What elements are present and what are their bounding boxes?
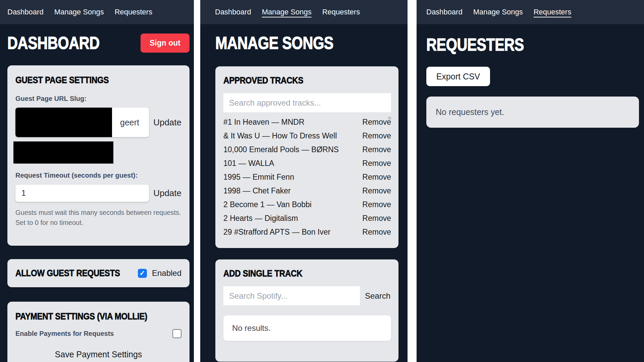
top-nav-dashboard-panel: Dashboard Manage Songs Requesters	[0, 0, 194, 24]
panel-divider	[408, 0, 417, 362]
save-payment-settings-button[interactable]: Save Payment Settings	[55, 350, 142, 359]
nav-link-dashboard[interactable]: Dashboard	[7, 8, 44, 16]
slug-value: geert	[120, 118, 139, 127]
track-title: & It Was U — How To Dress Well	[223, 131, 337, 140]
manage-songs-body: MANAGE SONGS APPROVED TRACKS #1 In Heave…	[200, 24, 408, 362]
track-row: 2 Hearts — Digitalism Remove	[223, 212, 391, 225]
export-csv-button[interactable]: Export CSV	[426, 67, 490, 86]
spotify-search-button[interactable]: Search	[364, 291, 391, 301]
approved-tracks-search-input[interactable]	[223, 93, 391, 112]
remove-track-button[interactable]: Remove	[362, 118, 391, 127]
track-row: 10,000 Emerald Pools — BØRNS Remove	[223, 143, 391, 157]
track-row: 101 — WALLA Remove	[223, 157, 391, 170]
requesters-panel: Dashboard Manage Songs Requesters REQUES…	[417, 0, 644, 362]
track-title: #1 In Heaven — MNDR	[223, 118, 305, 127]
nav-link-requesters[interactable]: Requesters	[115, 8, 153, 16]
track-row: 1995 — Emmit Fenn Remove	[223, 170, 391, 184]
scrollbar-thumb[interactable]	[388, 117, 391, 120]
slug-input[interactable]: geert	[15, 108, 149, 137]
spotify-search-input[interactable]	[223, 286, 360, 305]
enabled-checkbox[interactable]: ✓	[138, 269, 147, 278]
approved-tracks-card: APPROVED TRACKS #1 In Heaven — MNDR Remo…	[215, 66, 398, 248]
requesters-empty-card: No requesters yet.	[426, 97, 639, 128]
enable-payments-checkbox[interactable]	[172, 329, 181, 338]
sign-out-button[interactable]: Sign out	[141, 34, 190, 53]
track-title: 10,000 Emerald Pools — BØRNS	[223, 145, 339, 154]
requesters-body: REQUESTERS Export CSV No requesters yet.	[417, 24, 644, 128]
remove-track-button[interactable]: Remove	[362, 145, 391, 154]
no-requesters-text: No requesters yet.	[436, 107, 504, 117]
spotify-search-row: Search	[223, 286, 391, 305]
enabled-label: Enabled	[152, 268, 181, 278]
manage-songs-header: MANAGE SONGS	[215, 33, 398, 53]
slug-label: Guest Page URL Slug:	[15, 95, 181, 103]
remove-track-button[interactable]: Remove	[362, 228, 391, 237]
nav-link-requesters[interactable]: Requesters	[534, 8, 572, 16]
nav-link-manage-songs[interactable]: Manage Songs	[473, 8, 523, 16]
add-single-track-heading: ADD SINGLE TRACK	[223, 268, 368, 279]
payment-settings-heading: PAYMENT SETTINGS (VIA MOLLIE)	[15, 311, 158, 322]
remove-track-button[interactable]: Remove	[362, 186, 391, 195]
search-results-box: No results.	[223, 315, 391, 341]
track-row: 1998 — Chet Faker Remove	[223, 184, 391, 198]
remove-track-button[interactable]: Remove	[362, 214, 391, 223]
dashboard-body: DASHBOARD Sign out GUEST PAGE SETTINGS G…	[0, 24, 194, 362]
nav-link-manage-songs[interactable]: Manage Songs	[262, 8, 312, 16]
nav-link-manage-songs[interactable]: Manage Songs	[54, 8, 104, 16]
timeout-label: Request Timeout (seconds per guest):	[15, 172, 181, 179]
track-title: 29 #Strafford APTS — Bon Iver	[223, 228, 330, 237]
add-single-track-card: ADD SINGLE TRACK Search No results.	[215, 259, 398, 362]
allow-guest-requests-heading: ALLOW GUEST REQUESTS	[15, 268, 120, 279]
track-title: 2 Hearts — Digitalism	[223, 214, 298, 223]
top-nav-manage-songs-panel: Dashboard Manage Songs Requesters	[200, 0, 408, 24]
dashboard-header: DASHBOARD Sign out	[7, 33, 190, 53]
approved-tracks-list: #1 In Heaven — MNDR Remove & It Was U — …	[223, 115, 391, 239]
enable-payments-label: Enable Payments for Requests	[15, 330, 114, 338]
redacted-block	[13, 141, 113, 164]
track-row: & It Was U — How To Dress Well Remove	[223, 129, 391, 143]
allow-guest-requests-card: ALLOW GUEST REQUESTS ✓ Enabled	[7, 259, 190, 287]
no-results-text: No results.	[232, 323, 271, 333]
top-nav-requesters-panel: Dashboard Manage Songs Requesters	[417, 0, 644, 24]
nav-link-dashboard[interactable]: Dashboard	[215, 8, 251, 16]
page-title: DASHBOARD	[7, 33, 100, 53]
track-title: 2 Become 1 — Van Bobbi	[223, 200, 312, 209]
page-title: MANAGE SONGS	[215, 33, 333, 53]
enable-payments-row: Enable Payments for Requests	[15, 329, 181, 338]
track-row: 2 Become 1 — Van Bobbi Remove	[223, 198, 391, 212]
track-title: 1995 — Emmit Fenn	[223, 173, 294, 182]
remove-track-button[interactable]: Remove	[362, 200, 391, 209]
page-title: REQUESTERS	[426, 35, 605, 55]
payment-settings-card: PAYMENT SETTINGS (VIA MOLLIE) Enable Pay…	[7, 302, 190, 362]
remove-track-button[interactable]: Remove	[362, 131, 391, 140]
slug-row: geert Update	[15, 108, 181, 137]
track-row: #1 In Heaven — MNDR Remove	[223, 115, 391, 129]
manage-songs-panel: Dashboard Manage Songs Requesters MANAGE…	[200, 0, 408, 362]
guest-page-settings-card: GUEST PAGE SETTINGS Guest Page URL Slug:…	[7, 65, 190, 246]
redacted-block	[15, 108, 112, 137]
dashboard-panel: Dashboard Manage Songs Requesters DASHBO…	[0, 0, 194, 362]
nav-link-dashboard[interactable]: Dashboard	[426, 8, 463, 16]
timeout-row: Update	[15, 185, 181, 202]
slug-update-button[interactable]: Update	[153, 117, 181, 128]
track-title: 1998 — Chet Faker	[223, 186, 291, 195]
save-payment-row: Save Payment Settings	[15, 350, 181, 359]
remove-track-button[interactable]: Remove	[362, 173, 391, 182]
approved-tracks-heading: APPROVED TRACKS	[223, 75, 368, 86]
nav-link-requesters[interactable]: Requesters	[322, 8, 360, 16]
enabled-checkbox-wrap: ✓ Enabled	[138, 268, 181, 278]
timeout-input[interactable]	[15, 185, 149, 202]
panel-divider	[194, 0, 200, 362]
guest-page-settings-heading: GUEST PAGE SETTINGS	[15, 75, 158, 85]
timeout-helper-text: Guests must wait this many seconds betwe…	[15, 208, 181, 228]
remove-track-button[interactable]: Remove	[362, 159, 391, 168]
timeout-update-button[interactable]: Update	[153, 188, 181, 198]
track-title: 101 — WALLA	[223, 159, 274, 168]
track-row: 29 #Strafford APTS — Bon Iver Remove	[223, 225, 391, 239]
